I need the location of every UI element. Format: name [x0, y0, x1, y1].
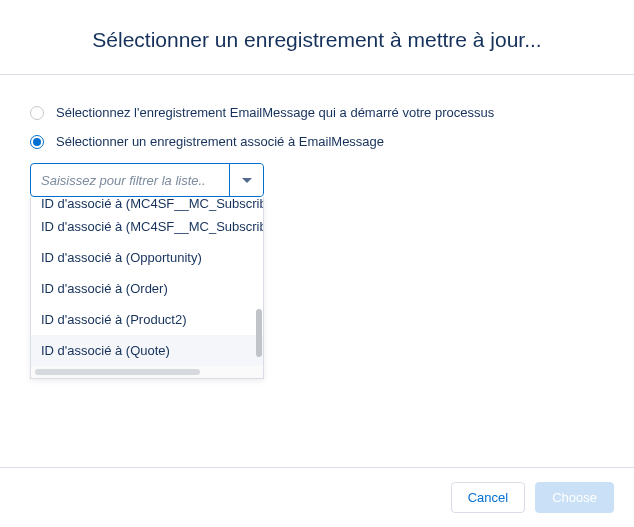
dialog-footer: Cancel Choose	[0, 467, 634, 527]
radio-option-related-record[interactable]: Sélectionner un enregistrement associé à…	[30, 134, 604, 149]
dropdown-item[interactable]: ID d'associé à (Opportunity)	[31, 242, 263, 273]
radio-icon-selected	[30, 135, 44, 149]
vertical-scrollbar-thumb[interactable]	[256, 309, 262, 357]
combobox-dropdown: ID d'associé à (MC4SF__MC_Subscriber) ID…	[30, 197, 264, 379]
cancel-button[interactable]: Cancel	[451, 482, 525, 513]
horizontal-scrollbar-thumb[interactable]	[35, 369, 200, 375]
vertical-scrollbar[interactable]	[256, 205, 262, 366]
dialog-header: Sélectionner un enregistrement à mettre …	[0, 0, 634, 74]
horizontal-scrollbar[interactable]	[31, 366, 263, 378]
dropdown-list: ID d'associé à (MC4SF__MC_Subscriber) ID…	[31, 197, 263, 366]
dropdown-item[interactable]: ID d'associé à (MC4SF__MC_Subscriber2)	[31, 211, 263, 242]
dropdown-item[interactable]: ID d'associé à (Quote)	[31, 335, 263, 366]
dropdown-item[interactable]: ID d'associé à (Product2)	[31, 304, 263, 335]
record-combobox: ID d'associé à (MC4SF__MC_Subscriber) ID…	[30, 163, 264, 197]
radio-label: Sélectionner un enregistrement associé à…	[56, 134, 384, 149]
dropdown-item[interactable]: ID d'associé à (Order)	[31, 273, 263, 304]
combobox-input[interactable]	[31, 164, 229, 196]
combobox-control	[30, 163, 264, 197]
dropdown-item[interactable]: ID d'associé à (MC4SF__MC_Subscriber)	[31, 197, 263, 211]
chevron-down-icon	[242, 178, 252, 183]
choose-button[interactable]: Choose	[535, 482, 614, 513]
combobox-toggle-button[interactable]	[229, 164, 263, 196]
dialog-title: Sélectionner un enregistrement à mettre …	[40, 28, 594, 52]
radio-option-start-record[interactable]: Sélectionnez l'enregistrement EmailMessa…	[30, 105, 604, 120]
radio-label: Sélectionnez l'enregistrement EmailMessa…	[56, 105, 494, 120]
dialog-content: Sélectionnez l'enregistrement EmailMessa…	[0, 75, 634, 217]
radio-icon	[30, 106, 44, 120]
